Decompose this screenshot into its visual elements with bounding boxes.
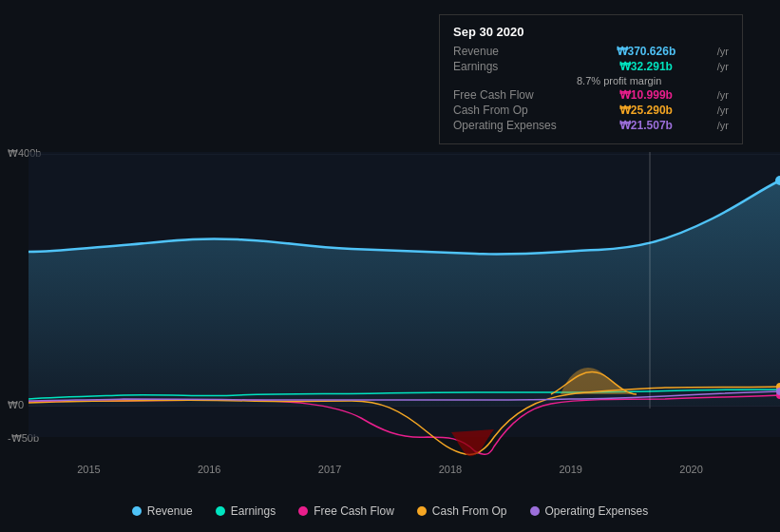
tooltip-opex-row: Operating Expenses ₩21.507b /yr bbox=[453, 119, 729, 132]
tooltip-opex-suffix: /yr bbox=[717, 120, 729, 131]
tooltip-opex-value: ₩21.507b bbox=[619, 119, 673, 132]
legend-fcf[interactable]: Free Cash Flow bbox=[298, 504, 394, 518]
tooltip-revenue-suffix: /yr bbox=[717, 46, 729, 57]
tooltip-cfo-label: Cash From Op bbox=[453, 104, 577, 117]
x-label-2020: 2020 bbox=[679, 464, 702, 475]
legend-dot-cfo bbox=[417, 506, 427, 516]
legend-dot-earnings bbox=[216, 506, 225, 516]
tooltip-box: Sep 30 2020 Revenue ₩370.626b /yr Earnin… bbox=[439, 14, 743, 144]
tooltip-revenue-label: Revenue bbox=[453, 45, 577, 58]
tooltip-date: Sep 30 2020 bbox=[453, 25, 729, 39]
tooltip-fcf-value: ₩10.999b bbox=[619, 88, 673, 102]
legend-opex[interactable]: Operating Expenses bbox=[530, 504, 649, 518]
legend-revenue[interactable]: Revenue bbox=[132, 504, 193, 518]
legend-dot-revenue bbox=[132, 506, 142, 516]
legend-dot-opex bbox=[530, 506, 540, 516]
tooltip-cfo-suffix: /yr bbox=[717, 104, 729, 116]
x-labels: 2015 2016 2017 2018 2019 2020 bbox=[0, 464, 780, 475]
tooltip-fcf-label: Free Cash Flow bbox=[453, 88, 577, 102]
x-label-2016: 2016 bbox=[198, 464, 220, 475]
legend-cfo[interactable]: Cash From Op bbox=[417, 504, 507, 518]
legend-label-fcf: Free Cash Flow bbox=[314, 504, 394, 518]
tooltip-earnings-row: Earnings ₩32.291b /yr bbox=[453, 60, 729, 73]
legend-earnings[interactable]: Earnings bbox=[216, 504, 276, 518]
legend-dot-fcf bbox=[298, 506, 308, 516]
tooltip-cfo-value: ₩25.290b bbox=[619, 104, 673, 117]
tooltip-profit-margin: 8.7% profit margin bbox=[577, 75, 729, 86]
tooltip-revenue-value: ₩370.626b bbox=[617, 45, 676, 58]
legend-label-earnings: Earnings bbox=[231, 504, 276, 518]
tooltip-earnings-suffix: /yr bbox=[717, 61, 729, 72]
legend-label-cfo: Cash From Op bbox=[432, 504, 507, 518]
tooltip-revenue-row: Revenue ₩370.626b /yr bbox=[453, 45, 729, 58]
chart-legend: Revenue Earnings Free Cash Flow Cash Fro… bbox=[0, 504, 780, 518]
x-label-2018: 2018 bbox=[439, 464, 462, 475]
legend-label-revenue: Revenue bbox=[147, 504, 193, 518]
legend-label-opex: Operating Expenses bbox=[545, 504, 649, 518]
tooltip-opex-label: Operating Expenses bbox=[453, 119, 577, 132]
tooltip-fcf-row: Free Cash Flow ₩10.999b /yr bbox=[453, 88, 729, 102]
chart-container: ₩400b ₩0 -₩50b bbox=[0, 0, 780, 532]
x-label-2017: 2017 bbox=[318, 464, 341, 475]
tooltip-cfo-row: Cash From Op ₩25.290b /yr bbox=[453, 104, 729, 117]
x-label-2015: 2015 bbox=[77, 464, 100, 475]
x-label-2019: 2019 bbox=[559, 464, 581, 475]
tooltip-fcf-suffix: /yr bbox=[717, 89, 729, 101]
tooltip-earnings-label: Earnings bbox=[453, 60, 577, 73]
tooltip-earnings-value: ₩32.291b bbox=[619, 60, 673, 73]
